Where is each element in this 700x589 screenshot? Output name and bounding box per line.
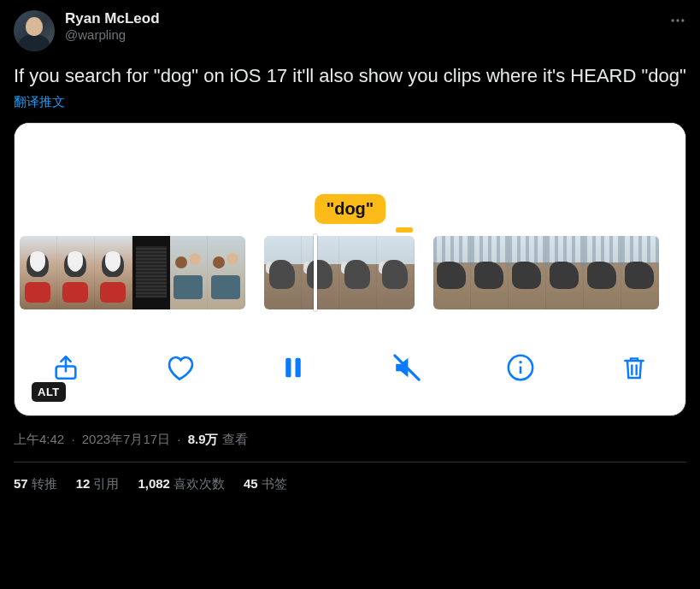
svg-rect-5 (296, 357, 301, 377)
retweets-stat[interactable]: 57转推 (14, 476, 57, 492)
clip-thumbnail (20, 236, 57, 309)
tweet-header: Ryan McLeod @warpling (14, 10, 686, 51)
caption-tag-marker (396, 227, 413, 233)
svg-point-2 (681, 19, 684, 21)
pause-icon[interactable] (274, 349, 312, 386)
tweet-date[interactable]: 2023年7月17日 (82, 432, 170, 446)
svg-point-1 (676, 19, 679, 21)
more-icon[interactable] (669, 12, 686, 29)
display-name: Ryan McLeod (65, 10, 160, 27)
clip-thumbnail (471, 236, 509, 309)
clip-thumbnail (132, 236, 170, 309)
clip-thumbnail (95, 236, 132, 309)
likes-stat[interactable]: 1,082喜欢次数 (138, 476, 225, 492)
clip-thumbnail (264, 236, 302, 309)
tweet-container: Ryan McLeod @warpling If you search for … (0, 0, 700, 503)
clip-group[interactable] (433, 236, 659, 309)
bookmarks-stat[interactable]: 45书签 (244, 476, 287, 492)
info-icon[interactable] (502, 349, 539, 386)
views-count: 8.9万 (188, 432, 219, 446)
quotes-stat[interactable]: 12引用 (76, 476, 120, 492)
clip-thumbnail (584, 236, 621, 309)
clip-thumbnail (621, 236, 659, 309)
user-block[interactable]: Ryan McLeod @warpling (65, 10, 160, 42)
tweet-meta: 上午4:42 · 2023年7月17日 · 8.9万 查看 (14, 432, 686, 448)
clip-thumbnail (208, 236, 245, 309)
media-top-area: "dog" (15, 123, 685, 234)
trash-icon[interactable] (615, 349, 653, 386)
clip-group[interactable] (20, 236, 245, 309)
stats-row: 57转推 12引用 1,082喜欢次数 45书签 (14, 462, 686, 492)
share-icon[interactable] (47, 349, 85, 386)
clip-thumbnail (57, 236, 95, 309)
svg-point-0 (672, 19, 674, 21)
tweet-time[interactable]: 上午4:42 (14, 432, 64, 446)
caption-tag: "dog" (315, 194, 386, 224)
mute-icon[interactable] (388, 349, 426, 386)
svg-rect-4 (285, 357, 291, 377)
media-card[interactable]: "dog" (14, 122, 686, 416)
clip-group[interactable] (264, 236, 415, 309)
clip-thumbnail (433, 236, 471, 309)
user-handle: @warpling (65, 27, 160, 42)
translate-link[interactable]: 翻译推文 (14, 94, 686, 110)
alt-badge[interactable]: ALT (32, 382, 66, 402)
clip-thumbnail (170, 236, 208, 309)
avatar[interactable] (14, 10, 55, 51)
svg-point-9 (519, 361, 521, 363)
video-timeline[interactable] (15, 234, 685, 311)
heart-icon[interactable] (161, 349, 198, 386)
media-toolbar (15, 311, 685, 415)
views-label: 查看 (222, 432, 248, 446)
clip-thumbnail (302, 236, 339, 309)
clip-thumbnail (339, 236, 377, 309)
clip-thumbnail (377, 236, 415, 309)
playhead[interactable] (314, 234, 317, 311)
media-inner: "dog" (15, 123, 685, 415)
tweet-text: If you search for "dog" on iOS 17 it'll … (14, 63, 686, 89)
clip-thumbnail (546, 236, 584, 309)
clip-thumbnail (509, 236, 546, 309)
